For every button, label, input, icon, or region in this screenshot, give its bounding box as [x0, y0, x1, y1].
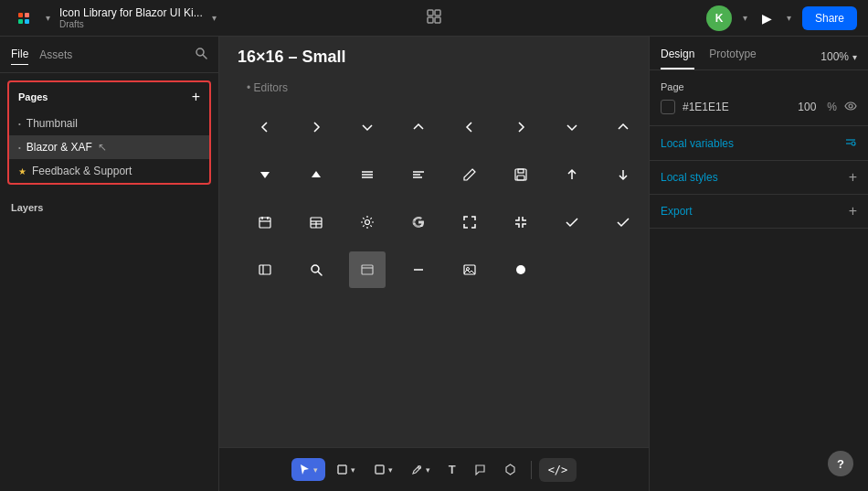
frame-chevron: ▾	[351, 465, 355, 475]
project-chevron-button[interactable]: ▾	[210, 11, 218, 25]
icon-chevron-right[interactable]	[298, 109, 334, 145]
icon-calendar[interactable]	[247, 204, 283, 240]
page-item-thumbnail[interactable]: • Thumbnail	[9, 112, 209, 135]
icon-angle-right[interactable]	[503, 109, 539, 145]
pen-tool-button[interactable]: ▾	[404, 458, 438, 481]
icon-check-1[interactable]	[554, 204, 590, 240]
icon-caret-up[interactable]	[298, 156, 334, 193]
icon-arrow-up[interactable]	[554, 156, 590, 193]
svg-point-52	[852, 142, 855, 145]
text-tool-button[interactable]: T	[441, 457, 463, 482]
svg-point-32	[365, 220, 370, 225]
icon-save[interactable]	[503, 156, 539, 193]
svg-rect-33	[259, 265, 270, 274]
share-button[interactable]: Share	[802, 6, 857, 30]
help-button[interactable]: ?	[828, 451, 853, 476]
layout-icon-button[interactable]	[423, 5, 445, 30]
icon-chevron-left[interactable]	[247, 109, 283, 145]
tab-design[interactable]: Design	[661, 44, 694, 69]
icon-caret-down[interactable]	[247, 156, 283, 193]
frame-tool-button[interactable]: ▾	[329, 458, 363, 481]
page-bullet-thumbnail: •	[18, 120, 21, 128]
top-bar-left: ▾ Icon Library for Blazor UI Ki... Draft…	[11, 5, 230, 31]
play-button[interactable]: ▶	[758, 7, 776, 29]
select-tool-button[interactable]: ▾	[291, 458, 325, 481]
icon-angle-up[interactable]	[605, 109, 641, 145]
cursor-indicator: ↖	[98, 141, 107, 154]
svg-marker-11	[260, 172, 270, 178]
top-bar-right: K ▾ ▶ ▾ Share	[638, 5, 857, 31]
page-star-feedback: ★	[18, 166, 26, 176]
icon-angle-left[interactable]	[451, 109, 488, 145]
comment-tool-button[interactable]	[467, 458, 493, 481]
icon-chevron-up[interactable]	[400, 109, 437, 145]
icon-image[interactable]	[451, 251, 488, 288]
icon-table[interactable]	[298, 204, 334, 240]
top-bar: ▾ Icon Library for Blazor UI Ki... Draft…	[0, 0, 868, 37]
pages-header: Pages +	[9, 82, 209, 112]
icon-search[interactable]	[298, 251, 334, 288]
svg-rect-6	[435, 10, 440, 16]
page-item-blazor[interactable]: • Blazor & XAF ↖	[9, 135, 209, 159]
page-label-feedback: Feedback & Support	[32, 165, 132, 177]
icon-angle-down[interactable]	[554, 109, 590, 145]
components-tool-button[interactable]	[497, 458, 524, 481]
icon-circle-filled[interactable]	[503, 251, 539, 288]
select-chevron: ▾	[313, 465, 318, 475]
fill-color-swatch[interactable]	[661, 100, 675, 114]
tab-assets[interactable]: Assets	[39, 45, 72, 65]
export-add-button[interactable]: +	[849, 204, 857, 219]
text-icon: T	[449, 463, 456, 476]
icon-align-left[interactable]	[400, 156, 437, 193]
local-styles-add-button[interactable]: +	[849, 170, 857, 185]
svg-rect-20	[518, 169, 524, 173]
visibility-toggle-button[interactable]	[844, 101, 857, 113]
export-row: Export +	[650, 195, 868, 229]
icon-fullscreen[interactable]	[451, 204, 488, 240]
icon-window[interactable]	[349, 251, 386, 288]
avatar-chevron-button[interactable]: ▾	[741, 11, 749, 25]
local-variables-row: Local variables	[650, 126, 868, 161]
icon-list[interactable]	[349, 156, 386, 193]
icon-settings[interactable]	[349, 204, 386, 240]
icon-row-2	[247, 156, 641, 193]
layers-label: Layers	[11, 202, 43, 213]
local-styles-label: Local styles	[661, 171, 718, 184]
zoom-value: 100%	[820, 50, 849, 63]
icon-check-2[interactable]	[605, 204, 641, 240]
right-tabs: Design Prototype 100% ▾	[650, 37, 868, 70]
export-label: Export	[661, 205, 693, 218]
layers-section: Layers	[0, 192, 218, 223]
svg-point-35	[312, 265, 319, 272]
play-chevron-button[interactable]: ▾	[785, 11, 793, 25]
add-page-button[interactable]: +	[192, 90, 200, 104]
page-label-thumbnail: Thumbnail	[26, 117, 78, 130]
local-variables-label: Local variables	[661, 137, 734, 150]
icon-arrow-down[interactable]	[605, 156, 641, 193]
icon-compress[interactable]	[503, 204, 539, 240]
canvas-content[interactable]: • Editors	[219, 78, 649, 447]
menu-chevron-button[interactable]: ▾	[44, 11, 52, 25]
svg-rect-37	[362, 265, 373, 274]
icon-pencil[interactable]	[451, 156, 488, 193]
svg-line-36	[319, 272, 323, 276]
avatar-button[interactable]: K	[706, 5, 732, 31]
icon-google[interactable]	[400, 204, 437, 240]
zoom-chevron-button[interactable]: ▾	[852, 52, 857, 62]
bottom-toolbar: ▾ ▾ ▾ ▾ T </>	[219, 447, 649, 491]
page-item-feedback[interactable]: ★ Feedback & Support	[9, 159, 209, 183]
figma-icon	[11, 5, 37, 31]
shape-tool-button[interactable]: ▾	[366, 458, 400, 481]
svg-rect-1	[25, 13, 29, 17]
svg-rect-5	[428, 10, 433, 16]
icon-sidebar[interactable]	[247, 251, 283, 288]
search-button[interactable]	[195, 47, 207, 62]
tab-file[interactable]: File	[11, 44, 28, 65]
pages-label: Pages	[18, 91, 48, 102]
code-view-button[interactable]: </>	[539, 458, 577, 482]
tab-prototype[interactable]: Prototype	[709, 44, 756, 69]
svg-rect-8	[435, 17, 440, 23]
icon-minus[interactable]	[400, 251, 437, 288]
icon-chevron-down[interactable]	[349, 109, 386, 145]
local-variables-adjust-button[interactable]	[844, 135, 857, 151]
